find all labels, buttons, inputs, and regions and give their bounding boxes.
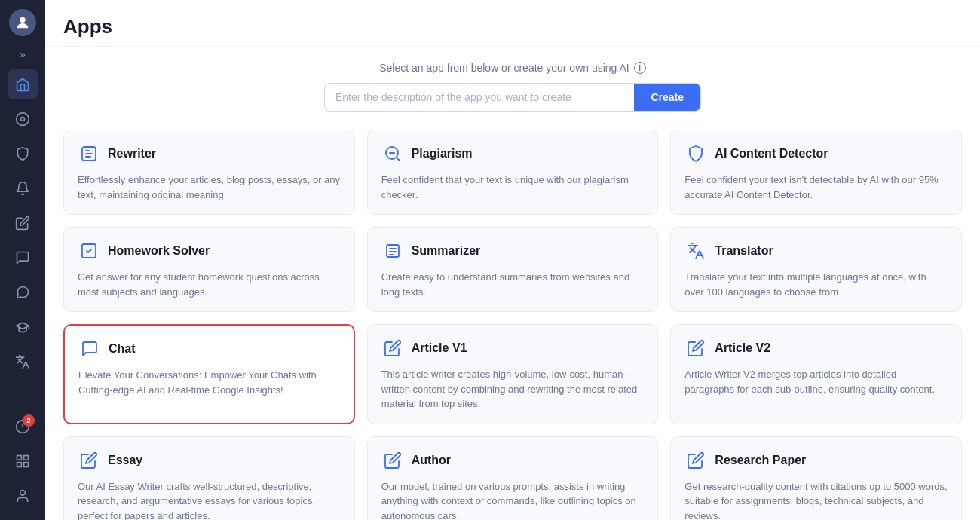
app-description-research-paper: Get research-quality content with citati… (684, 479, 948, 521)
app-name-summarizer: Summarizer (412, 244, 481, 258)
sidebar-item-star[interactable] (8, 104, 38, 134)
info-icon[interactable]: i (634, 62, 646, 74)
svg-point-2 (21, 118, 25, 121)
app-description-rewriter: Effortlessly enhance your articles, blog… (78, 173, 341, 202)
sidebar-item-grid[interactable] (8, 446, 38, 476)
app-card-header: Essay (78, 449, 341, 472)
app-icon-article-v2 (684, 337, 707, 359)
app-icon-essay (78, 449, 100, 472)
sidebar-item-message[interactable] (8, 277, 38, 307)
page-header: Apps (45, 0, 980, 47)
app-name-essay: Essay (108, 454, 142, 467)
sidebar-item-user[interactable] (8, 481, 38, 511)
app-card-chat[interactable]: Chat Elevate Your Conversations: Empower… (63, 324, 355, 424)
app-card-article-v2[interactable]: Article V2 Article Writer V2 merges top … (670, 324, 962, 424)
svg-rect-7 (24, 456, 29, 460)
app-description-homework-solver: Get answer for any student homework ques… (78, 270, 341, 299)
svg-rect-6 (17, 456, 22, 460)
sidebar-item-bell[interactable] (8, 173, 38, 203)
app-icon-translator (684, 240, 707, 262)
create-section: Select an app from below or create your … (63, 62, 962, 112)
content-area: Select an app from below or create your … (45, 47, 980, 520)
app-card-header: Research Paper (684, 449, 948, 472)
app-name-research-paper: Research Paper (715, 454, 806, 467)
sidebar-item-graduation[interactable] (8, 312, 38, 342)
app-card-rewriter[interactable]: Rewriter Effortlessly enhance your artic… (63, 130, 355, 215)
create-hint-text: Select an app from below or create your … (379, 62, 629, 74)
app-icon-rewriter (78, 142, 100, 165)
app-icon-homework-solver (78, 240, 100, 262)
app-card-header: Article V1 (381, 337, 645, 359)
app-card-header: Plagiarism (381, 142, 645, 165)
app-icon-summarizer (381, 240, 404, 262)
app-icon-chat (78, 338, 101, 360)
app-card-header: Rewriter (78, 142, 341, 165)
sidebar-item-chat1[interactable] (8, 243, 38, 273)
app-name-author: Author (412, 454, 451, 467)
app-description-chat: Elevate Your Conversations: Empower Your… (78, 368, 340, 397)
sidebar: » (0, 0, 45, 520)
svg-point-1 (17, 113, 29, 126)
app-card-author[interactable]: Author Our model, trained on various pro… (367, 436, 659, 521)
sidebar-badge: 2 (23, 414, 35, 427)
create-input-row: Create (324, 83, 701, 112)
app-description-input[interactable] (325, 84, 634, 111)
app-description-essay: Our AI Essay Writer crafts well-structur… (78, 479, 341, 521)
app-icon-research-paper (684, 449, 707, 472)
create-app-button[interactable]: Create (634, 84, 700, 111)
app-name-homework-solver: Homework Solver (108, 244, 210, 258)
app-description-plagiarism: Feel confident that your text is unique … (381, 173, 645, 202)
sidebar-item-home[interactable] (8, 69, 38, 99)
app-card-plagiarism[interactable]: Plagiarism Feel confident that your text… (367, 130, 659, 215)
app-card-research-paper[interactable]: Research Paper Get research-quality cont… (670, 436, 962, 521)
app-icon-plagiarism (381, 142, 404, 165)
app-description-summarizer: Create easy to understand summaries from… (381, 270, 645, 299)
sidebar-item-shield[interactable] (8, 139, 38, 169)
app-description-ai-content-detector: Feel confident your text isn't detectabl… (684, 173, 948, 202)
app-card-summarizer[interactable]: Summarizer Create easy to understand sum… (367, 227, 659, 312)
apps-grid: Rewriter Effortlessly enhance your artic… (63, 130, 962, 520)
app-card-header: Translator (684, 240, 948, 262)
sidebar-item-alert[interactable]: 2 (8, 411, 38, 442)
app-card-header: AI Content Detector (684, 142, 948, 165)
sidebar-logo (9, 9, 36, 36)
app-card-header: Summarizer (381, 240, 645, 262)
app-name-ai-content-detector: AI Content Detector (715, 147, 828, 161)
app-description-article-v2: Article Writer V2 merges top articles in… (684, 367, 948, 396)
app-icon-article-v1 (381, 337, 404, 359)
app-name-article-v1: Article V1 (412, 341, 467, 355)
app-name-translator: Translator (715, 244, 773, 258)
create-hint: Select an app from below or create your … (379, 62, 646, 74)
app-card-homework-solver[interactable]: Homework Solver Get answer for any stude… (63, 227, 355, 312)
page-title: Apps (63, 15, 962, 38)
svg-point-0 (20, 17, 25, 23)
app-name-rewriter: Rewriter (108, 147, 156, 161)
app-name-chat: Chat (109, 342, 136, 356)
app-name-article-v2: Article V2 (715, 341, 770, 355)
app-card-header: Homework Solver (78, 240, 341, 262)
app-description-author: Our model, trained on various prompts, a… (381, 479, 645, 521)
app-card-ai-content-detector[interactable]: AI Content Detector Feel confident your … (670, 130, 962, 215)
svg-point-10 (20, 491, 26, 496)
svg-rect-9 (24, 463, 29, 467)
svg-rect-8 (17, 463, 22, 467)
sidebar-item-edit[interactable] (8, 208, 38, 238)
sidebar-collapse-button[interactable]: » (8, 47, 38, 62)
main-content: Apps Select an app from below or create … (45, 0, 980, 520)
app-name-plagiarism: Plagiarism (412, 147, 473, 161)
app-description-translator: Translate your text into multiple langua… (684, 270, 948, 299)
app-card-translator[interactable]: Translator Translate your text into mult… (670, 227, 962, 312)
app-description-article-v1: This article writer creates high-volume,… (381, 367, 645, 411)
app-card-header: Article V2 (684, 337, 948, 359)
app-icon-ai-content-detector (684, 142, 707, 165)
app-card-header: Chat (78, 338, 340, 360)
sidebar-item-translate[interactable] (8, 347, 38, 377)
app-icon-author (381, 449, 404, 472)
app-card-essay[interactable]: Essay Our AI Essay Writer crafts well-st… (63, 436, 355, 521)
app-card-header: Author (381, 449, 645, 472)
app-card-article-v1[interactable]: Article V1 This article writer creates h… (367, 324, 659, 424)
svg-line-13 (396, 158, 399, 161)
